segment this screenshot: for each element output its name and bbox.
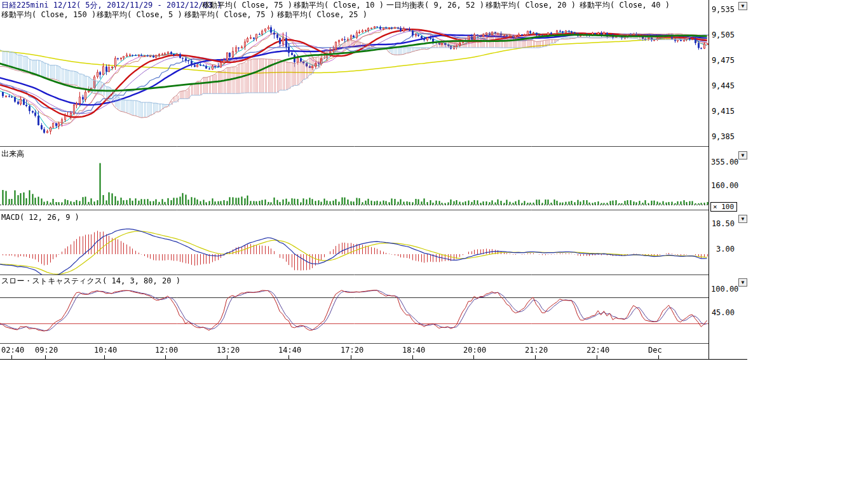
volume-panel-label: 出来高 <box>1 150 24 158</box>
price-axis-label: 9,445 <box>711 82 735 90</box>
legend-ma75-label: 移動平均( Close, 75 ) <box>202 1 292 10</box>
time-axis-label: 12:00 <box>155 346 178 355</box>
macd-axis-label: 3.00 <box>711 245 735 254</box>
time-axis-label: 18:40 <box>402 346 425 355</box>
time-axis-label: Dec <box>648 346 662 355</box>
legend-ichimoku-label: 一目均衡表( 9, 26, 52 ) <box>386 1 484 10</box>
macd-axis-label: 18.50 <box>711 220 735 228</box>
price-axis-border <box>709 0 709 360</box>
time-axis-label: 10:40 <box>94 346 117 355</box>
volume-panel-menu-button[interactable]: ▼ <box>738 151 747 159</box>
time-axis-label: 17:20 <box>341 346 363 355</box>
time-axis-label: 02:40 <box>1 346 24 355</box>
macd-panel-label: MACD( 12, 26, 9 ) <box>1 214 79 222</box>
chevron-down-icon: ▼ <box>742 280 745 285</box>
price-axis-label: 9,415 <box>711 107 735 116</box>
legend-ma75b-label: 移動平均( Close, 75 ) <box>184 11 275 19</box>
price-axis-label: 9,475 <box>711 57 735 65</box>
chevron-down-icon: ▼ <box>742 3 745 9</box>
main-panel-menu-button[interactable]: ▼ <box>738 2 747 10</box>
time-axis-label: 22:40 <box>587 346 609 355</box>
stoch-axis-label: 100.00 <box>711 285 735 294</box>
volume-axis-label: 160.00 <box>711 182 735 190</box>
chart-canvas[interactable] <box>0 0 709 360</box>
legend-ma5-label: 移動平均( Close, 5 ) <box>97 11 182 19</box>
time-axis-label: 09:20 <box>35 346 58 355</box>
price-axis-label: 9,385 <box>711 133 735 141</box>
bottom-axis-border <box>0 359 747 360</box>
stoch-panel-menu-button[interactable]: ▼ <box>738 278 747 287</box>
legend-ma20-label: 移動平均( Close, 20 ) <box>485 1 576 10</box>
stoch-axis-label: 45.00 <box>711 309 735 317</box>
legend-ma10-label: 移動平均( Close, 10 ) <box>294 1 384 10</box>
time-axis-label: 14:40 <box>278 346 301 355</box>
chart-application-window: 日経225mini 12/12( 5分, 2012/11/29 - 2012/1… <box>0 0 868 488</box>
chart-title: 日経225mini 12/12( 5分, 2012/11/29 - 2012/1… <box>1 1 222 10</box>
legend-ma25-label: 移動平均( Close, 25 ) <box>277 11 367 19</box>
volume-axis-label: 355.00 <box>711 158 735 166</box>
volume-multiplier-box: × 100 <box>710 202 737 212</box>
legend-ma150-label: 移動平均( Close, 150 ) <box>1 11 96 19</box>
stoch-panel-label: スロー・ストキャスティクス( 14, 3, 80, 20 ) <box>1 277 180 285</box>
chevron-down-icon: ▼ <box>742 152 745 158</box>
legend-ma40-label: 移動平均( Close, 40 ) <box>580 1 670 10</box>
chevron-down-icon: ▼ <box>742 216 745 222</box>
macd-panel-menu-button[interactable]: ▼ <box>738 215 747 223</box>
price-axis-label: 9,505 <box>711 31 735 39</box>
price-axis-label: 9,535 <box>711 6 735 14</box>
time-axis-label: 13:20 <box>217 346 240 355</box>
time-axis-label: 21:20 <box>525 346 548 355</box>
time-axis-label: 20:00 <box>463 346 486 355</box>
